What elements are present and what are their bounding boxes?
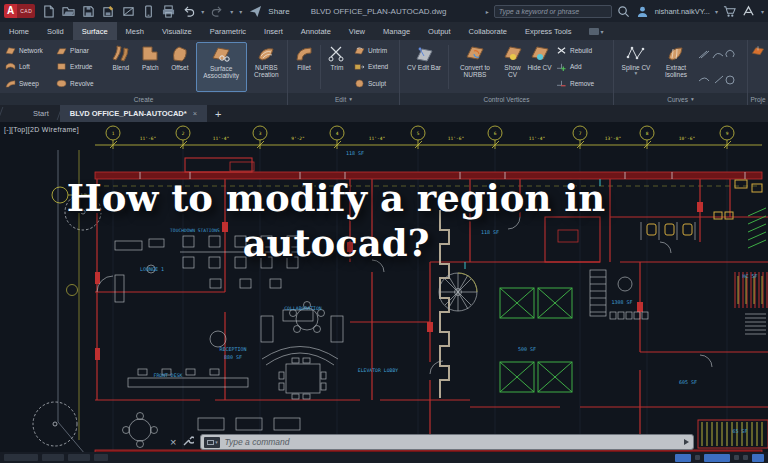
- mobile-icon[interactable]: [141, 4, 155, 18]
- toolbar-caret-icon[interactable]: ▾: [239, 8, 242, 15]
- open-folder-icon[interactable]: [61, 4, 75, 18]
- planar-button[interactable]: Planar: [54, 46, 105, 55]
- trim-button[interactable]: Trim: [324, 42, 350, 92]
- tab-solid[interactable]: Solid: [38, 22, 73, 40]
- drawing-viewport[interactable]: 1 2 3 4 5 6 7 8 9 11'-6" 11'-4" 9'-2" 11…: [0, 122, 768, 463]
- share-plane-icon[interactable]: [248, 4, 262, 18]
- featured-apps-toggle[interactable]: ▾: [581, 22, 612, 40]
- blend-button[interactable]: Blend: [107, 42, 134, 92]
- svg-text:11'-4": 11'-4": [213, 136, 229, 141]
- extract-isolines-button[interactable]: Extract Isolines: [657, 42, 695, 92]
- tab-manage[interactable]: Manage: [374, 22, 419, 40]
- cart-icon[interactable]: [723, 4, 737, 18]
- network-button[interactable]: Network: [3, 46, 52, 55]
- new-tab-button[interactable]: +: [207, 105, 229, 122]
- convert-to-nurbs-button[interactable]: Convert to NURBS: [452, 42, 498, 92]
- spline-cv-button[interactable]: Spline CV ▾: [617, 42, 655, 92]
- new-file-icon[interactable]: [41, 4, 55, 18]
- patch-button[interactable]: Patch: [137, 42, 164, 92]
- add-button[interactable]: Add: [554, 62, 600, 71]
- tab-output[interactable]: Output: [419, 22, 460, 40]
- fillet-button[interactable]: Fillet: [291, 42, 317, 92]
- status-toggle-polar[interactable]: [752, 454, 764, 462]
- tab-visualize[interactable]: Visualize: [153, 22, 201, 40]
- tab-separator: [0, 107, 3, 120]
- hide-cv-button[interactable]: Hide CV: [527, 42, 552, 92]
- nurbs-creation-toggle[interactable]: NURBS Creation: [249, 42, 284, 92]
- tab-insert[interactable]: Insert: [255, 22, 292, 40]
- autodesk-logo-icon[interactable]: [742, 4, 756, 18]
- tab-annotate[interactable]: Annotate: [292, 22, 340, 40]
- curve-tools-icons-row1: [697, 48, 737, 62]
- tab-view[interactable]: View: [340, 22, 374, 40]
- revolve-button[interactable]: Revolve: [54, 79, 105, 88]
- search-flyout-icon[interactable]: ▸: [486, 8, 489, 15]
- cv-edit-bar-button[interactable]: CV Edit Bar: [403, 42, 445, 92]
- user-avatar-icon[interactable]: [636, 4, 650, 18]
- undo-caret-icon[interactable]: ▾: [201, 8, 204, 15]
- panel-title-control-vertices[interactable]: Control Vertices: [400, 93, 613, 105]
- tab-surface[interactable]: Surface: [73, 22, 117, 40]
- status-toggle[interactable]: [695, 455, 700, 460]
- logo-caret-icon[interactable]: ▾: [761, 8, 764, 15]
- file-tab-start[interactable]: Start: [23, 105, 59, 122]
- panel-edit: Fillet Trim Untrim Extend Sculpt Edit▾: [288, 40, 400, 105]
- status-toggle-osnap[interactable]: [704, 454, 730, 462]
- layout-tab[interactable]: [42, 454, 64, 461]
- command-resize-handle-icon[interactable]: [684, 439, 689, 445]
- save-icon[interactable]: [81, 4, 95, 18]
- recent-commands-icon[interactable]: ▾: [204, 437, 220, 448]
- rebuild-button[interactable]: Rebuild: [554, 46, 600, 55]
- autocad-app-badge[interactable]: A CAD: [4, 4, 35, 18]
- app-badge-letter: A: [4, 4, 17, 18]
- surface-associativity-icon: [211, 45, 231, 64]
- customize-wrench-icon[interactable]: [182, 433, 194, 451]
- search-icon[interactable]: [617, 4, 631, 18]
- status-toggle[interactable]: [734, 455, 739, 460]
- offset-button[interactable]: Offset: [166, 42, 193, 92]
- undo-icon[interactable]: [181, 4, 195, 18]
- share-button[interactable]: Share: [268, 7, 289, 16]
- status-toggle[interactable]: [743, 455, 748, 460]
- status-toggle-grid[interactable]: [675, 454, 691, 462]
- close-command-icon[interactable]: ×: [170, 436, 176, 448]
- tab-mesh[interactable]: Mesh: [117, 22, 153, 40]
- floorplan-canvas[interactable]: 1 2 3 4 5 6 7 8 9 11'-6" 11'-4" 9'-2" 11…: [0, 122, 768, 463]
- panel-title-edit[interactable]: Edit▾: [288, 93, 399, 105]
- curves-tool-grid[interactable]: [697, 42, 737, 92]
- remove-button[interactable]: Remove: [554, 79, 600, 88]
- save-as-icon[interactable]: [101, 4, 115, 18]
- plot-icon[interactable]: [121, 4, 135, 18]
- print-icon[interactable]: [161, 4, 175, 18]
- panel-title-curves[interactable]: Curves▾: [614, 93, 747, 105]
- redo-icon[interactable]: [210, 4, 224, 18]
- loft-button[interactable]: Loft: [3, 62, 52, 71]
- command-input[interactable]: ▾ Type a command: [200, 434, 694, 450]
- surface-icon: [5, 79, 16, 88]
- close-tab-icon[interactable]: ×: [193, 109, 197, 118]
- layout-tab[interactable]: [68, 454, 90, 461]
- model-tab[interactable]: [4, 454, 38, 461]
- untrim-button[interactable]: Untrim: [352, 46, 396, 55]
- file-tab-drawing[interactable]: BLVD OFFICE_PLAN-AUTOCAD* ×: [60, 105, 207, 122]
- user-caret-icon[interactable]: ▾: [715, 8, 718, 15]
- sculpt-button[interactable]: Sculpt: [352, 79, 396, 88]
- tab-home[interactable]: Home: [0, 22, 38, 40]
- tab-collaborate[interactable]: Collaborate: [460, 22, 516, 40]
- show-cv-button[interactable]: Show CV: [500, 42, 525, 92]
- redo-caret-icon[interactable]: ▾: [230, 8, 233, 15]
- surface-associativity-toggle[interactable]: Surface Associativity: [196, 42, 247, 92]
- search-input[interactable]: Type a keyword or phrase: [494, 5, 612, 18]
- layout-add-tab[interactable]: [94, 454, 108, 461]
- panel-title-create[interactable]: Create: [0, 93, 287, 105]
- tab-parametric[interactable]: Parametric: [201, 22, 255, 40]
- front-desk: [128, 369, 248, 387]
- trim-scissors-icon: [327, 44, 347, 63]
- signed-in-user[interactable]: nishant.naikVY...: [655, 7, 710, 16]
- viewport-controls-label[interactable]: [-][Top][2D Wireframe]: [4, 126, 79, 133]
- sweep-button[interactable]: Sweep: [3, 79, 52, 88]
- extrude-button[interactable]: Extrude: [54, 62, 105, 71]
- tab-express-tools[interactable]: Express Tools: [516, 22, 581, 40]
- extend-button[interactable]: Extend: [352, 62, 396, 71]
- file-tab-bar: Start BLVD OFFICE_PLAN-AUTOCAD* × +: [0, 105, 768, 122]
